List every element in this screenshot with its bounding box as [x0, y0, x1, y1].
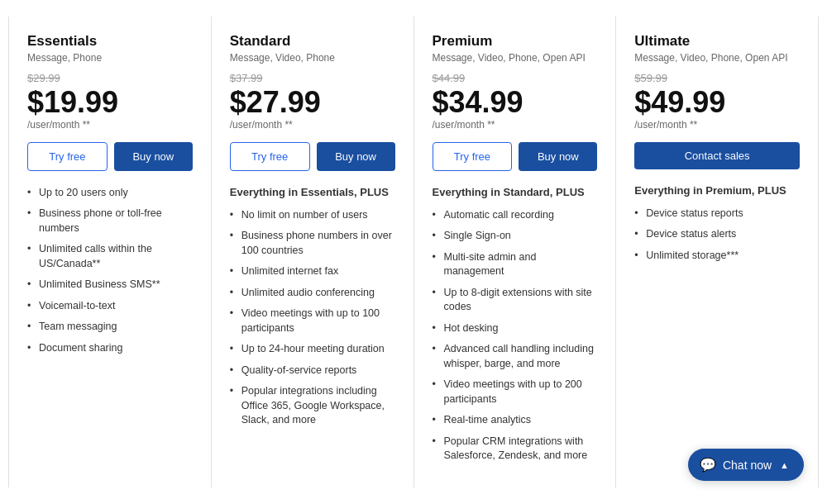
current-price: $19.99 [27, 86, 193, 119]
feature-item: Device status alerts [634, 227, 800, 242]
original-price: $59.99 [634, 72, 800, 84]
plus-label: Everything in Essentials, PLUS [230, 186, 395, 198]
features-list: Automatic call recordingSingle Sign-onMu… [433, 208, 598, 470]
plan-card-premium: Premium Message, Video, Phone, Open API … [414, 17, 617, 487]
feature-item: Hot desking [433, 321, 598, 336]
current-price: $34.99 [433, 86, 598, 119]
plan-card-standard: Standard Message, Video, Phone $37.99 $2… [212, 17, 414, 487]
feature-item: Single Sign-on [433, 229, 598, 244]
plan-name: Essentials [27, 33, 193, 50]
plus-label: Everything in Standard, PLUS [433, 186, 598, 198]
plan-description: Message, Video, Phone [230, 52, 395, 64]
contact-sales-button[interactable]: Contact sales [634, 142, 800, 169]
price-suffix: /user/month ** [27, 119, 193, 131]
feature-item: Business phone or toll-free numbers [27, 207, 193, 235]
plan-buttons: Try free Buy now [27, 142, 193, 171]
feature-item: Unlimited internet fax [230, 264, 395, 279]
feature-item: Unlimited calls within the US/Canada** [27, 242, 193, 271]
feature-item: Team messaging [27, 320, 193, 335]
feature-item: Video meetings with up to 100 participan… [230, 307, 395, 335]
price-suffix: /user/month ** [230, 119, 395, 131]
feature-item: Automatic call recording [433, 208, 598, 223]
pricing-page: Essentials Message, Phone $29.99 $19.99 … [0, 0, 827, 504]
plan-buttons: Try free Buy now [433, 142, 598, 171]
feature-item: Up to 8-digit extensions with site codes [433, 286, 598, 315]
try-free-button[interactable]: Try free [27, 142, 108, 171]
feature-item: Unlimited audio conferencing [230, 286, 395, 301]
feature-item: Document sharing [27, 341, 193, 356]
feature-item: Up to 24-hour meeting duration [230, 342, 395, 357]
feature-item: Up to 20 users only [27, 186, 193, 201]
plus-label: Everything in Premium, PLUS [634, 184, 800, 197]
buy-now-button[interactable]: Buy now [317, 142, 395, 171]
feature-item: Quality-of-service reports [230, 364, 395, 378]
feature-item: Real-time analytics [433, 413, 598, 428]
chat-chevron-icon: ▲ [780, 460, 789, 470]
feature-item: Popular integrations including Office 36… [230, 384, 395, 428]
original-price: $29.99 [27, 72, 193, 84]
plan-description: Message, Video, Phone, Open API [634, 52, 800, 64]
plan-buttons: Try free Buy now [230, 142, 395, 171]
buy-now-button[interactable]: Buy now [519, 142, 597, 171]
feature-item: Popular CRM integrations with Salesforce… [433, 435, 598, 464]
features-list: Up to 20 users onlyBusiness phone or tol… [27, 186, 193, 363]
feature-item: Advanced call handling including whisper… [433, 342, 598, 371]
price-suffix: /user/month ** [433, 119, 598, 131]
plan-name: Standard [230, 33, 395, 50]
chat-widget[interactable]: 💬 Chat now ▲ [688, 449, 804, 481]
chat-widget-label: Chat now [723, 459, 772, 472]
current-price: $49.99 [634, 86, 800, 119]
feature-item: Device status reports [634, 207, 800, 221]
plan-description: Message, Phone [27, 52, 193, 64]
feature-item: Unlimited Business SMS** [27, 278, 193, 292]
try-free-button[interactable]: Try free [230, 142, 310, 171]
plan-name: Premium [433, 33, 598, 50]
buy-now-button[interactable]: Buy now [114, 142, 193, 171]
feature-item: Unlimited storage*** [634, 249, 800, 264]
feature-item: Video meetings with up to 200 participan… [433, 378, 598, 407]
price-suffix: /user/month ** [634, 119, 800, 131]
features-list: Device status reportsDevice status alert… [634, 207, 800, 270]
chat-icon: 💬 [700, 457, 716, 473]
plan-card-ultimate: Ultimate Message, Video, Phone, Open API… [616, 17, 819, 487]
try-free-button[interactable]: Try free [433, 142, 513, 171]
feature-item: Voicemail-to-text [27, 299, 193, 314]
original-price: $37.99 [230, 72, 395, 84]
features-list: No limit on number of usersBusiness phon… [230, 208, 395, 435]
plan-card-essentials: Essentials Message, Phone $29.99 $19.99 … [8, 17, 212, 487]
feature-item: No limit on number of users [230, 208, 395, 223]
current-price: $27.99 [230, 86, 395, 119]
feature-item: Business phone numbers in over 100 count… [230, 229, 395, 258]
plan-name: Ultimate [634, 33, 800, 50]
plan-description: Message, Video, Phone, Open API [433, 52, 598, 64]
feature-item: Multi-site admin and management [433, 250, 598, 279]
plans-container: Essentials Message, Phone $29.99 $19.99 … [8, 17, 819, 487]
original-price: $44.99 [433, 72, 598, 84]
